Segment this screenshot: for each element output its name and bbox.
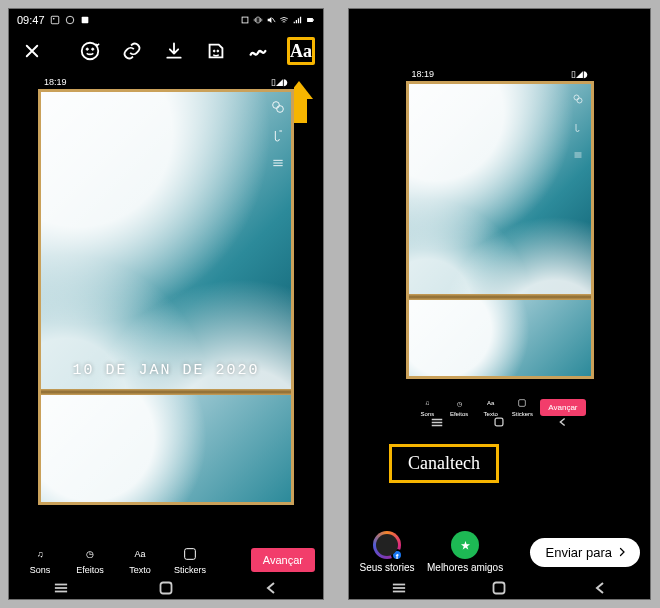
sticker-icon xyxy=(517,397,527,409)
side-tool-3[interactable] xyxy=(269,154,287,172)
tab-stickers[interactable]: Stickers xyxy=(509,397,537,417)
side-tool-3[interactable] xyxy=(569,146,587,164)
sky-photo-lower xyxy=(41,395,291,502)
home-button[interactable] xyxy=(159,581,173,595)
svg-point-1 xyxy=(52,18,54,20)
next-button[interactable]: Avançar xyxy=(251,548,315,572)
tab-texto[interactable]: Aa Texto xyxy=(117,545,163,575)
your-stories-avatar-icon: f xyxy=(373,531,401,559)
side-tool-1[interactable] xyxy=(569,90,587,108)
tab-texto-label: Texto xyxy=(129,565,151,575)
text-icon: Aa xyxy=(487,397,494,409)
date-overlay: 10 DE JAN DE 2020 xyxy=(41,362,291,379)
recents-button[interactable] xyxy=(54,581,68,595)
inner-status-bar: 18:19 ▯◢◗ xyxy=(406,67,594,81)
recents-button[interactable] xyxy=(392,581,406,595)
svg-rect-0 xyxy=(51,16,59,24)
text-tool-label: Aa xyxy=(290,41,312,62)
signal-icon xyxy=(292,15,302,25)
recents-button[interactable] xyxy=(430,415,444,429)
svg-point-14 xyxy=(277,106,284,113)
right-phone-panel: 18:19 ▯◢◗ ♫Sons ◷Efeitos AaT xyxy=(348,8,651,600)
face-filter-button[interactable] xyxy=(77,37,103,65)
share-bottom-row: f Seus stories ★ Melhores amigos Enviar … xyxy=(349,531,650,573)
svg-point-8 xyxy=(82,43,99,60)
tab-texto[interactable]: AaTexto xyxy=(477,397,505,417)
inner-status-icons: ▯◢◗ xyxy=(571,69,588,79)
film-frame xyxy=(406,81,594,379)
svg-rect-26 xyxy=(496,418,504,426)
svg-rect-30 xyxy=(494,583,505,594)
next-button[interactable]: Avançar xyxy=(540,399,585,416)
inner-preview-left: 18:19 ▯◢◗ 10 DE JAN DE 2020 xyxy=(38,75,294,529)
svg-point-10 xyxy=(92,48,94,50)
link-button[interactable] xyxy=(119,37,145,65)
home-button[interactable] xyxy=(492,415,506,429)
sparkle-clock-icon: ◷ xyxy=(86,545,94,563)
wifi-icon xyxy=(279,15,289,25)
tab-sons[interactable]: ♫ Sons xyxy=(17,545,63,575)
best-friends-star-icon: ★ xyxy=(451,531,479,559)
close-button[interactable] xyxy=(19,37,45,65)
svg-rect-15 xyxy=(185,549,196,560)
battery-icon xyxy=(305,15,315,25)
share-best-friends[interactable]: ★ Melhores amigos xyxy=(427,531,503,573)
vibrate-icon xyxy=(253,15,263,25)
svg-point-11 xyxy=(213,50,215,52)
preview-side-tools xyxy=(569,90,587,164)
sky-photo-lower xyxy=(409,300,591,376)
mute-icon xyxy=(266,15,276,25)
tab-sons[interactable]: ♫Sons xyxy=(414,397,442,417)
download-button[interactable] xyxy=(161,37,187,65)
tutorial-two-panel: 09:47 xyxy=(0,0,660,608)
tab-stickers-label: Stickers xyxy=(174,565,206,575)
inner-time: 18:19 xyxy=(412,69,435,79)
home-button[interactable] xyxy=(492,581,506,595)
back-button[interactable] xyxy=(593,581,607,595)
svg-rect-22 xyxy=(519,400,526,407)
best-friends-label: Melhores amigos xyxy=(427,562,503,573)
inner-status-bar: 18:19 ▯◢◗ xyxy=(38,75,294,89)
sparkle-clock-icon: ◷ xyxy=(457,397,462,409)
film-frame: 10 DE JAN DE 2020 xyxy=(38,89,294,505)
chevron-right-icon xyxy=(616,546,628,558)
svg-rect-3 xyxy=(81,17,88,24)
svg-rect-19 xyxy=(160,583,171,594)
sticker-icon xyxy=(182,545,198,563)
share-your-stories[interactable]: f Seus stories xyxy=(359,531,415,573)
music-icon: ♫ xyxy=(37,545,44,563)
editor-bottom-bar: ♫ Sons ◷ Efeitos Aa Texto Stickers Avanç… xyxy=(9,545,323,575)
back-button[interactable] xyxy=(555,415,569,429)
inner-nav-bar xyxy=(406,415,594,429)
sticker-button[interactable] xyxy=(203,37,229,65)
typed-text: Canaltech xyxy=(408,453,480,473)
status-time: 09:47 xyxy=(17,14,45,26)
preview-side-tools xyxy=(269,98,287,172)
draw-button[interactable] xyxy=(245,37,271,65)
inner-preview-right: 18:19 ▯◢◗ ♫Sons ◷Efeitos AaT xyxy=(406,67,594,429)
whatsapp-icon xyxy=(65,15,75,25)
tab-sons-label: Sons xyxy=(30,565,51,575)
svg-point-12 xyxy=(217,50,219,52)
android-nav-bar xyxy=(9,577,323,599)
svg-rect-4 xyxy=(242,17,248,23)
inner-status-icons: ▯◢◗ xyxy=(271,77,288,87)
svg-point-9 xyxy=(86,48,88,50)
android-status-bar: 09:47 xyxy=(9,9,323,31)
send-to-button[interactable]: Enviar para xyxy=(530,538,640,567)
side-tool-1[interactable] xyxy=(269,98,287,116)
send-to-label: Enviar para xyxy=(546,545,612,560)
tab-efeitos-label: Efeitos xyxy=(76,565,104,575)
story-top-toolbar: Aa xyxy=(9,31,323,69)
editor-bottom-bar: ♫Sons ◷Efeitos AaTexto Stickers Avançar xyxy=(406,397,594,417)
back-button[interactable] xyxy=(264,581,278,595)
tab-efeitos[interactable]: ◷Efeitos xyxy=(445,397,473,417)
svg-line-5 xyxy=(272,18,275,22)
text-tool-button[interactable]: Aa xyxy=(287,37,315,65)
side-tool-2[interactable] xyxy=(569,118,587,136)
side-tool-2[interactable] xyxy=(269,126,287,144)
tab-efeitos[interactable]: ◷ Efeitos xyxy=(67,545,113,575)
tab-stickers[interactable]: Stickers xyxy=(167,545,213,575)
your-stories-label: Seus stories xyxy=(359,562,414,573)
left-phone-panel: 09:47 xyxy=(8,8,324,600)
